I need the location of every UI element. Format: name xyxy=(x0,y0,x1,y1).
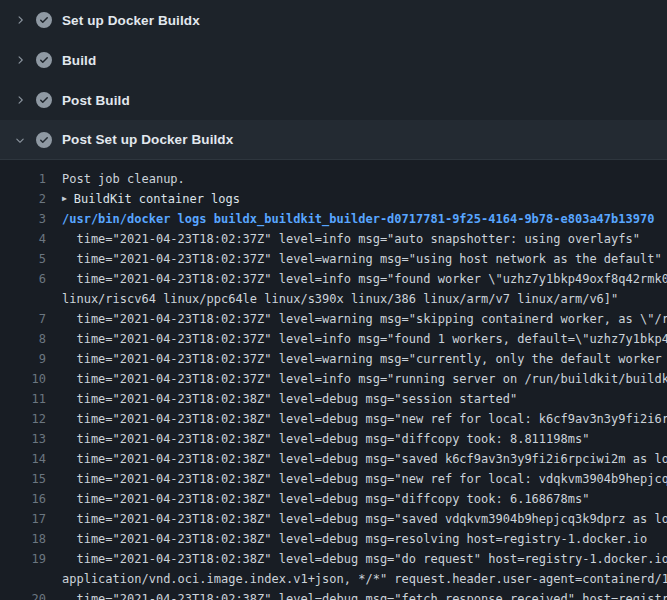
step-header-post-set-up-docker-buildx[interactable]: Post Set up Docker Buildx xyxy=(0,120,667,160)
check-circle-icon xyxy=(36,12,52,28)
log-text: time="2021-04-23T18:02:37Z" level=info m… xyxy=(62,369,667,389)
log-text: linux/riscv64 linux/ppc64le linux/s390x … xyxy=(62,289,667,309)
step-header-post-build[interactable]: Post Build xyxy=(0,80,667,120)
log-line: 1Post job cleanup. xyxy=(0,169,667,189)
log-line: 5 time="2021-04-23T18:02:37Z" level=warn… xyxy=(0,249,667,269)
line-number[interactable] xyxy=(0,569,46,589)
log-line: 18 time="2021-04-23T18:02:38Z" level=deb… xyxy=(0,529,667,549)
step-title: Build xyxy=(62,53,96,68)
line-number[interactable]: 8 xyxy=(0,329,46,349)
line-number[interactable]: 2 xyxy=(0,189,46,209)
line-number[interactable] xyxy=(0,289,46,309)
log-text: time="2021-04-23T18:02:37Z" level=warnin… xyxy=(62,249,667,269)
log-viewer: 1Post job cleanup.2▶BuildKit container l… xyxy=(0,160,667,600)
step-title: Post Build xyxy=(62,93,130,108)
log-line: 20 time="2021-04-23T18:02:38Z" level=deb… xyxy=(0,589,667,600)
group-title[interactable]: BuildKit container logs xyxy=(74,189,667,209)
log-text: time="2021-04-23T18:02:37Z" level=info m… xyxy=(62,269,667,289)
chevron-right-icon xyxy=(12,92,28,108)
log-line[interactable]: 2▶BuildKit container logs xyxy=(0,189,667,209)
log-text: Post job cleanup. xyxy=(62,169,667,189)
log-text: time="2021-04-23T18:02:38Z" level=debug … xyxy=(62,429,667,449)
group-disclosure-icon[interactable]: ▶ xyxy=(62,189,67,209)
log-line: 15 time="2021-04-23T18:02:38Z" level=deb… xyxy=(0,469,667,489)
line-number[interactable]: 12 xyxy=(0,409,46,429)
log-text: time="2021-04-23T18:02:38Z" level=debug … xyxy=(62,469,667,489)
line-number[interactable]: 19 xyxy=(0,549,46,569)
log-text: time="2021-04-23T18:02:38Z" level=debug … xyxy=(62,529,667,549)
log-line: application/vnd.oci.image.index.v1+json,… xyxy=(0,569,667,589)
line-number[interactable]: 20 xyxy=(0,589,46,600)
check-circle-icon xyxy=(36,52,52,68)
line-number[interactable]: 15 xyxy=(0,469,46,489)
line-number[interactable]: 3 xyxy=(0,209,46,229)
actions-log-panel: Set up Docker BuildxBuildPost BuildPost … xyxy=(0,0,667,600)
log-text: time="2021-04-23T18:02:38Z" level=debug … xyxy=(62,509,667,529)
log-line: 17 time="2021-04-23T18:02:38Z" level=deb… xyxy=(0,509,667,529)
log-line: 4 time="2021-04-23T18:02:37Z" level=info… xyxy=(0,229,667,249)
line-number[interactable]: 4 xyxy=(0,229,46,249)
chevron-right-icon xyxy=(12,12,28,28)
log-text: time="2021-04-23T18:02:38Z" level=debug … xyxy=(62,449,667,469)
log-line: 3/usr/bin/docker logs buildx_buildkit_bu… xyxy=(0,209,667,229)
line-number[interactable]: 9 xyxy=(0,349,46,369)
log-line: 14 time="2021-04-23T18:02:38Z" level=deb… xyxy=(0,449,667,469)
log-line: 7 time="2021-04-23T18:02:37Z" level=warn… xyxy=(0,309,667,329)
log-line: 19 time="2021-04-23T18:02:38Z" level=deb… xyxy=(0,549,667,569)
check-circle-icon xyxy=(36,92,52,108)
log-line: 16 time="2021-04-23T18:02:38Z" level=deb… xyxy=(0,489,667,509)
step-header-build[interactable]: Build xyxy=(0,40,667,80)
log-line: 11 time="2021-04-23T18:02:38Z" level=deb… xyxy=(0,389,667,409)
log-line: 6 time="2021-04-23T18:02:37Z" level=info… xyxy=(0,269,667,289)
line-number[interactable]: 7 xyxy=(0,309,46,329)
line-number[interactable]: 18 xyxy=(0,529,46,549)
log-text: time="2021-04-23T18:02:38Z" level=debug … xyxy=(62,409,667,429)
line-number[interactable]: 14 xyxy=(0,449,46,469)
log-text: time="2021-04-23T18:02:37Z" level=warnin… xyxy=(62,349,667,369)
log-line: 10 time="2021-04-23T18:02:37Z" level=inf… xyxy=(0,369,667,389)
command-text: /usr/bin/docker logs buildx_buildkit_bui… xyxy=(62,209,667,229)
step-list: Set up Docker BuildxBuildPost BuildPost … xyxy=(0,0,667,160)
line-number[interactable]: 13 xyxy=(0,429,46,449)
log-text: time="2021-04-23T18:02:38Z" level=debug … xyxy=(62,489,667,509)
line-number[interactable]: 5 xyxy=(0,249,46,269)
log-text: time="2021-04-23T18:02:38Z" level=debug … xyxy=(62,589,667,600)
log-text: application/vnd.oci.image.index.v1+json,… xyxy=(62,569,667,589)
line-number[interactable]: 1 xyxy=(0,169,46,189)
log-line: 13 time="2021-04-23T18:02:38Z" level=deb… xyxy=(0,429,667,449)
log-line: 12 time="2021-04-23T18:02:38Z" level=deb… xyxy=(0,409,667,429)
check-circle-icon xyxy=(36,132,52,148)
log-text: time="2021-04-23T18:02:37Z" level=info m… xyxy=(62,229,667,249)
log-line: 8 time="2021-04-23T18:02:37Z" level=info… xyxy=(0,329,667,349)
step-title: Post Set up Docker Buildx xyxy=(62,132,233,147)
log-line: 9 time="2021-04-23T18:02:37Z" level=warn… xyxy=(0,349,667,369)
line-number[interactable]: 10 xyxy=(0,369,46,389)
line-number[interactable]: 17 xyxy=(0,509,46,529)
log-text: time="2021-04-23T18:02:38Z" level=debug … xyxy=(62,389,667,409)
line-number[interactable]: 6 xyxy=(0,269,46,289)
log-text: time="2021-04-23T18:02:38Z" level=debug … xyxy=(62,549,667,569)
chevron-right-icon xyxy=(12,52,28,68)
line-number[interactable]: 11 xyxy=(0,389,46,409)
line-number[interactable]: 16 xyxy=(0,489,46,509)
step-title: Set up Docker Buildx xyxy=(62,13,200,28)
chevron-down-icon xyxy=(12,132,28,148)
step-header-set-up-docker-buildx[interactable]: Set up Docker Buildx xyxy=(0,0,667,40)
log-line: linux/riscv64 linux/ppc64le linux/s390x … xyxy=(0,289,667,309)
log-text: time="2021-04-23T18:02:37Z" level=info m… xyxy=(62,329,667,349)
log-text: time="2021-04-23T18:02:37Z" level=warnin… xyxy=(62,309,667,329)
